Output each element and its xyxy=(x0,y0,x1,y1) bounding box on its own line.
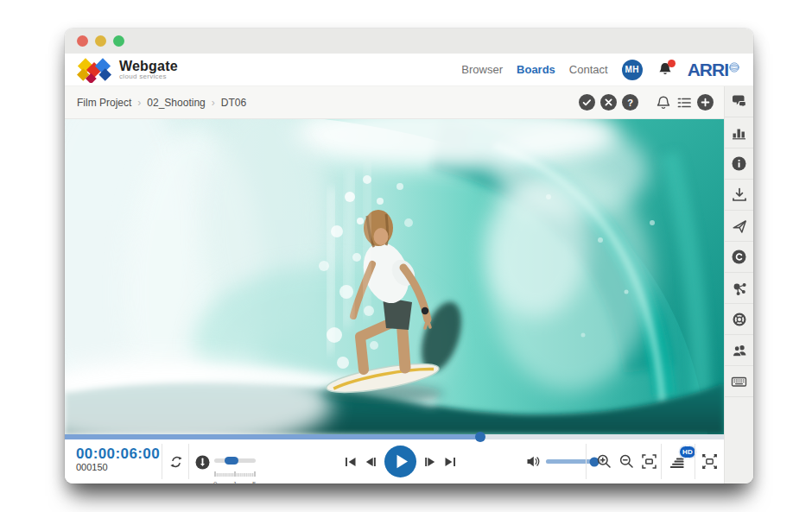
cross-circle-icon xyxy=(600,94,617,111)
sidebar-send-button[interactable] xyxy=(725,211,753,242)
timecode-block: 00:00:06:00 000150 xyxy=(76,446,160,473)
sidebar-download-button[interactable] xyxy=(725,180,753,211)
svg-text:?: ? xyxy=(627,98,633,108)
sidebar-statistics-button[interactable] xyxy=(725,117,753,149)
plus-circle-icon xyxy=(697,94,714,111)
video-frame xyxy=(65,119,724,434)
step-forward-button[interactable] xyxy=(424,456,436,468)
skip-to-end-button[interactable] xyxy=(444,456,456,468)
users-icon xyxy=(732,343,747,357)
arri-globe-icon xyxy=(729,62,739,73)
webgate-logo-icon xyxy=(77,57,111,83)
fit-to-screen-button[interactable] xyxy=(641,453,657,470)
keyboard-icon xyxy=(731,374,747,389)
user-avatar[interactable]: MH xyxy=(622,60,643,80)
sidebar-share-button[interactable] xyxy=(725,273,753,304)
help-button[interactable]: ? xyxy=(622,94,638,111)
speaker-icon xyxy=(526,454,541,469)
mute-button[interactable] xyxy=(526,454,541,469)
close-window-button[interactable] xyxy=(77,35,88,47)
download-icon xyxy=(732,187,747,202)
timeline-handle[interactable] xyxy=(475,432,485,442)
breadcrumb-separator: › xyxy=(212,97,215,109)
info-icon xyxy=(732,156,746,171)
approve-button[interactable] xyxy=(579,94,595,111)
copyright-icon xyxy=(732,250,746,264)
breadcrumb-project[interactable]: Film Project xyxy=(77,97,131,109)
hd-quality-badge[interactable]: HD xyxy=(679,446,696,458)
fit-to-screen-icon xyxy=(641,453,657,470)
speed-ruler: 0 1 5 xyxy=(214,465,256,484)
nav-browser[interactable]: Browser xyxy=(461,63,503,76)
statistics-icon xyxy=(732,125,746,140)
add-button[interactable] xyxy=(697,94,714,111)
notifications-button[interactable] xyxy=(657,61,674,79)
check-circle-icon xyxy=(579,94,595,111)
speed-gauge xyxy=(195,455,210,470)
sidebar-spacer xyxy=(725,397,753,484)
step-forward-icon xyxy=(424,456,436,468)
volume-fill xyxy=(546,459,594,464)
clip-notifications-button[interactable] xyxy=(656,95,671,111)
list-icon xyxy=(676,95,692,111)
fullscreen-button[interactable] xyxy=(701,452,719,471)
webgate-logo[interactable]: Webgate cloud services xyxy=(77,57,178,83)
breadcrumb: Film Project › 02_Shooting › DT06 xyxy=(77,97,246,109)
speed-slider[interactable] xyxy=(214,458,256,463)
reject-button[interactable] xyxy=(600,94,617,111)
playback-controls xyxy=(343,439,457,484)
playlist-button[interactable] xyxy=(676,95,692,111)
logo-tagline: cloud services xyxy=(119,73,178,80)
timecode: 00:00:06:00 xyxy=(76,446,160,462)
window-titlebar[interactable] xyxy=(65,28,753,54)
bell-icon xyxy=(656,95,671,111)
send-icon xyxy=(732,218,747,234)
volume-slider[interactable] xyxy=(546,459,603,464)
sidebar-info-button[interactable] xyxy=(725,149,753,180)
skip-to-start-button[interactable] xyxy=(345,456,357,468)
breadcrumb-bar: Film Project › 02_Shooting › DT06 xyxy=(65,86,724,119)
arri-logo[interactable]: ARRI xyxy=(688,61,739,79)
support-icon xyxy=(732,312,747,327)
zoom-out-icon xyxy=(619,454,633,468)
step-back-button[interactable] xyxy=(365,456,377,468)
notification-badge xyxy=(668,60,676,67)
minimize-window-button[interactable] xyxy=(95,35,106,47)
zoom-in-button[interactable] xyxy=(597,454,611,468)
zoom-window-button[interactable] xyxy=(113,35,124,47)
skip-to-end-icon xyxy=(444,456,456,468)
speed-control: 0 1 5 xyxy=(214,458,256,484)
share-icon xyxy=(732,281,747,296)
nav-boards[interactable]: Boards xyxy=(517,63,555,76)
skip-to-start-icon xyxy=(345,456,357,468)
speed-label-5: 5 xyxy=(252,480,256,484)
loop-button[interactable] xyxy=(168,454,184,470)
arri-wordmark: ARRI xyxy=(688,61,728,79)
speed-label-0: 0 xyxy=(213,480,217,484)
zoom-out-button[interactable] xyxy=(619,454,633,468)
nav-contact[interactable]: Contact xyxy=(569,63,608,76)
speed-gauge-icon xyxy=(195,455,210,470)
breadcrumb-folder[interactable]: 02_Shooting xyxy=(147,97,205,109)
step-back-icon xyxy=(365,456,377,468)
sidebar-users-button[interactable] xyxy=(725,335,753,366)
sidebar-support-button[interactable] xyxy=(725,304,753,335)
play-button[interactable] xyxy=(384,446,416,477)
tools-sidebar xyxy=(724,86,753,484)
speed-label-1: 1 xyxy=(233,480,237,484)
video-stage[interactable] xyxy=(65,119,724,434)
breadcrumb-separator: › xyxy=(137,97,141,109)
frame-counter: 000150 xyxy=(76,462,160,473)
logo-name: Webgate xyxy=(119,60,178,73)
breadcrumb-clip[interactable]: DT06 xyxy=(221,97,246,109)
comments-icon xyxy=(731,94,747,109)
play-icon xyxy=(384,446,416,477)
sidebar-copyright-button[interactable] xyxy=(725,242,753,273)
fullscreen-icon xyxy=(701,452,719,471)
sidebar-keyboard-button[interactable] xyxy=(725,366,753,397)
sidebar-comments-button[interactable] xyxy=(725,86,753,117)
header: Webgate cloud services Browser Boards Co… xyxy=(65,54,753,86)
speed-handle[interactable] xyxy=(225,457,238,465)
app-window: Webgate cloud services Browser Boards Co… xyxy=(65,28,753,484)
player-controls: 00:00:06:00 000150 xyxy=(65,439,724,484)
